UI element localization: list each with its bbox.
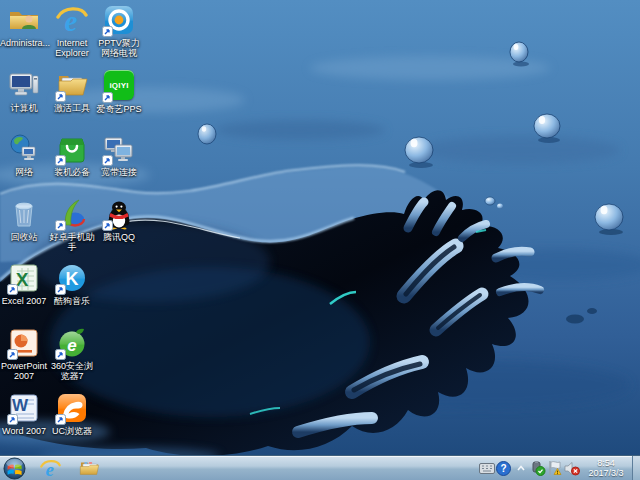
open-folder-icon [56,69,88,101]
desktop-icon-360-browser[interactable]: e 360安全浏览器7 [48,327,96,381]
icon-label: 网络 [0,167,48,177]
icon-label: 激活工具 [48,103,96,113]
ie-icon: e [56,4,88,36]
system-tray: ? 8:54 2017/3/3 [478,456,640,480]
icon-label: Internet Explorer [48,38,96,58]
icon-label: 爱奇艺PPS [95,104,143,114]
360-browser-icon: e [56,327,88,359]
volume-muted-icon[interactable] [563,456,580,480]
desktop-icon-pptv[interactable]: PPTV聚力 网络电视 [95,4,143,58]
icon-label: 宽带连接 [95,167,143,177]
internet-explorer-taskbar-button[interactable]: e [35,457,65,480]
shortcut-arrow-icon [102,26,113,37]
shortcut-arrow-icon [102,220,113,231]
icon-label: 360安全浏览器7 [48,361,96,381]
qq-penguin-icon [103,198,135,230]
icon-label: PowerPoint 2007 [0,361,48,381]
software-bag-icon [56,133,88,165]
desktop-icon-internet-explorer[interactable]: e Internet Explorer [48,4,96,58]
user-folder-icon [8,4,40,36]
uc-squirrel-icon [56,392,88,424]
clock-time: 8:54 [583,458,629,468]
shortcut-arrow-icon [55,91,66,102]
shortcut-arrow-icon [55,349,66,360]
shortcut-arrow-icon [55,284,66,295]
clock-date: 2017/3/3 [583,468,629,478]
desktop-icon-excel-2007[interactable]: X Excel 2007 [0,262,48,306]
desktop-icon-tencent-qq[interactable]: 腾讯QQ [95,198,143,242]
shortcut-arrow-icon [102,155,113,166]
excel-icon: X [8,262,40,294]
icon-label: 腾讯QQ [95,232,143,242]
shortcut-arrow-icon [7,414,18,425]
svg-text:?: ? [500,463,506,474]
icon-label: 装机必备 [48,167,96,177]
desktop-icon-recycle-bin[interactable]: 回收站 [0,198,48,242]
desktop-icon-iqiyi-pps[interactable]: iQIYI 爱奇艺PPS [95,69,143,114]
icon-label: Administra... [0,38,48,48]
shortcut-arrow-icon [55,220,66,231]
network-globe-icon [8,133,40,165]
desktop-icon-administrator[interactable]: Administra... [0,4,48,48]
show-hidden-icons-arrow[interactable] [512,456,529,480]
haozhuo-swirl-icon [56,198,88,230]
kugou-icon: K [56,262,88,294]
desktop-icon-zhuangji-bibei[interactable]: 装机必备 [48,133,96,177]
icon-label: Excel 2007 [0,296,48,306]
taskbar: e ? 8:54 20 [0,455,640,480]
icon-label: 好卓手机助手 [48,232,96,252]
windows-explorer-taskbar-button[interactable] [74,457,104,480]
desktop-icon-haozhuo-assistant[interactable]: 好卓手机助手 [48,198,96,252]
shortcut-arrow-icon [102,92,113,103]
desktop-icon-powerpoint-2007[interactable]: PowerPoint 2007 [0,327,48,381]
word-icon: W [8,392,40,424]
start-button[interactable] [3,457,26,480]
powerpoint-icon [8,327,40,359]
icon-label: 酷狗音乐 [48,296,96,306]
shortcut-arrow-icon [7,284,18,295]
iqiyi-glyph: iQIYI [109,81,128,90]
desktop-icon-broadband[interactable]: 宽带连接 [95,133,143,177]
language-keyboard-icon[interactable] [478,456,495,480]
desktop-icon-network[interactable]: 网络 [0,133,48,177]
shortcut-arrow-icon [55,414,66,425]
desktop-icon-computer[interactable]: 计算机 [0,69,48,113]
shortcut-arrow-icon [7,349,18,360]
svg-text:K: K [66,269,79,289]
icon-label: Word 2007 [0,426,48,436]
recycle-bin-icon [8,198,40,230]
svg-text:e: e [67,336,76,355]
svg-text:W: W [12,396,29,415]
computer-icon [8,69,40,101]
desktop-icon-word-2007[interactable]: W Word 2007 [0,392,48,436]
dual-monitors-icon [103,133,135,165]
icon-label: PPTV聚力 网络电视 [95,38,143,58]
taskbar-clock[interactable]: 8:54 2017/3/3 [583,458,629,478]
help-icon[interactable]: ? [495,456,512,480]
desktop: Administra... e Internet Explorer PPTV聚力… [0,0,640,480]
desktop-icon-kugou-music[interactable]: K 酷狗音乐 [48,262,96,306]
windows-logo-icon [3,457,26,480]
folder-icon [79,458,100,479]
show-desktop-button[interactable] [632,456,640,480]
desktop-icon-activation-tools[interactable]: 激活工具 [48,69,96,113]
device-safe-icon[interactable] [529,456,546,480]
shortcut-arrow-icon [55,155,66,166]
pptv-icon [103,4,135,36]
icon-label: 回收站 [0,232,48,242]
desktop-icon-uc-browser[interactable]: UC浏览器 [48,392,96,436]
icon-label: UC浏览器 [48,426,96,436]
ie-icon: e [40,458,61,479]
icon-label: 计算机 [0,103,48,113]
action-center-flag-icon[interactable] [546,456,563,480]
iqiyi-icon: iQIYI [103,70,135,102]
